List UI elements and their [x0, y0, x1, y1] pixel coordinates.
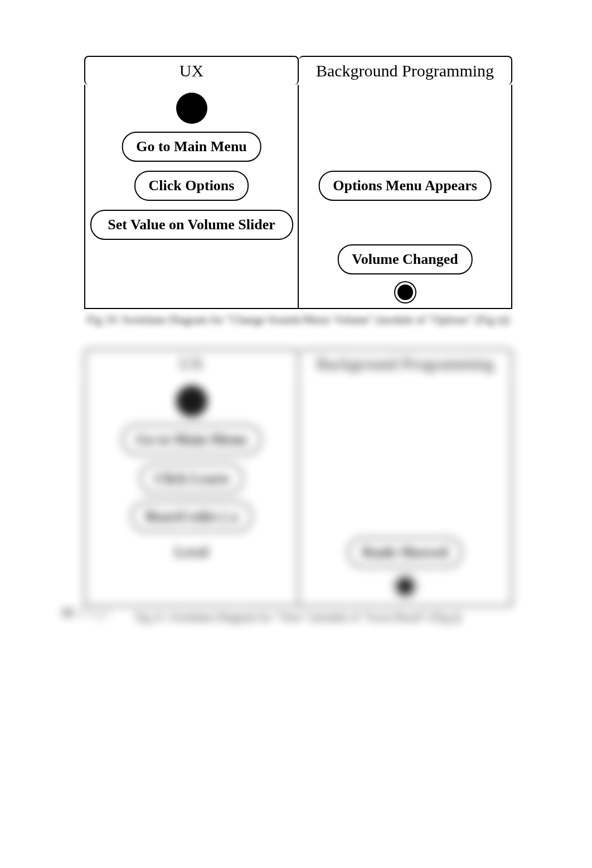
start-node-icon — [176, 385, 207, 417]
activity-volume-changed: Volume Changed — [337, 244, 472, 274]
page-footer: 10 | P a g e — [61, 606, 110, 619]
lane-bg: Rank Showed — [298, 378, 511, 605]
lane-header-bg: Background Programming — [299, 56, 512, 85]
diagram-caption: Fig 19: Swimlane Diagram for "Change Sou… — [84, 314, 512, 326]
swimlane-diagram-2: UX Background Programming Go to Main Men… — [84, 349, 512, 624]
activity-click-options: Click Options — [134, 171, 249, 201]
activity-board-rules: Board rules ( a — [131, 501, 252, 532]
lane-header-bg: Background Programming — [299, 349, 512, 378]
swimlane-diagram-1: UX Background Programming Go to Main Men… — [84, 56, 512, 326]
lane-ux: Go to Main Menu Click Learn Board rules … — [85, 378, 298, 605]
activity-set-volume: Set Value on Volume Slider — [90, 210, 293, 240]
activity-options-appears: Options Menu Appears — [318, 171, 492, 201]
start-node-icon — [176, 93, 207, 124]
lane-ux: Go to Main Menu Click Options Set Value … — [85, 85, 298, 308]
activity-click-learn: Click Learn — [140, 464, 244, 494]
page-number: 10 — [61, 606, 75, 619]
diagram-caption: Fig 21: Swimlane Diagram for "View" (mod… — [84, 611, 512, 624]
label-level: Level — [174, 544, 208, 561]
end-node-icon — [397, 578, 413, 594]
lane-header-ux: UX — [84, 56, 299, 85]
lane-header-ux: UX — [84, 349, 299, 378]
end-node-icon — [397, 284, 413, 300]
activity-go-main-menu: Go to Main Menu — [122, 425, 261, 455]
activity-rank-showed: Rank Showed — [348, 537, 463, 567]
lane-bg: Options Menu Appears Volume Changed — [298, 85, 511, 308]
activity-go-main-menu: Go to Main Menu — [122, 132, 261, 162]
